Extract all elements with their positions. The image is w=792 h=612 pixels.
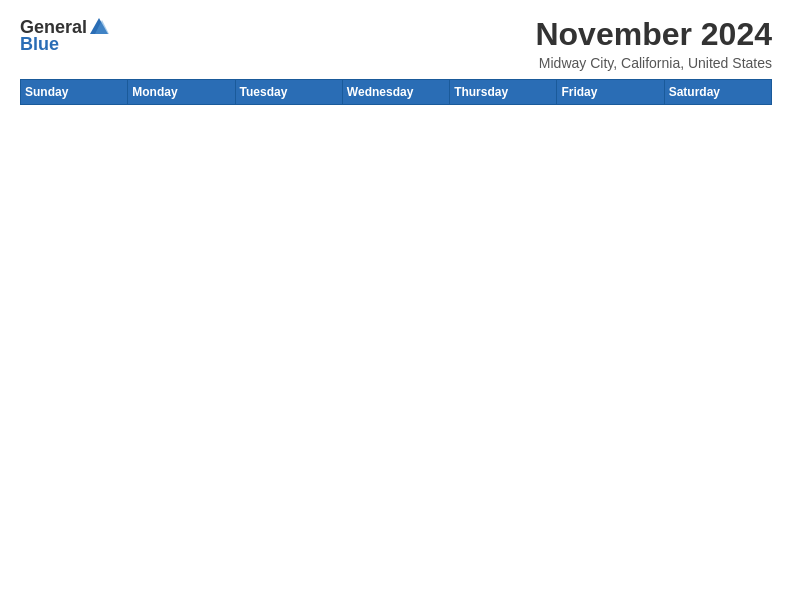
logo: General Blue bbox=[20, 16, 111, 55]
col-wednesday: Wednesday bbox=[342, 80, 449, 105]
logo-icon bbox=[88, 16, 110, 38]
logo-blue: Blue bbox=[20, 34, 59, 55]
page: General Blue November 2024 Midway City, … bbox=[0, 0, 792, 612]
col-friday: Friday bbox=[557, 80, 664, 105]
col-tuesday: Tuesday bbox=[235, 80, 342, 105]
month-title: November 2024 bbox=[535, 16, 772, 53]
col-saturday: Saturday bbox=[664, 80, 771, 105]
header: General Blue November 2024 Midway City, … bbox=[20, 16, 772, 71]
col-monday: Monday bbox=[128, 80, 235, 105]
title-section: November 2024 Midway City, California, U… bbox=[535, 16, 772, 71]
calendar: Sunday Monday Tuesday Wednesday Thursday… bbox=[20, 79, 772, 602]
col-sunday: Sunday bbox=[21, 80, 128, 105]
calendar-header-row: Sunday Monday Tuesday Wednesday Thursday… bbox=[21, 80, 772, 105]
col-thursday: Thursday bbox=[450, 80, 557, 105]
subtitle: Midway City, California, United States bbox=[535, 55, 772, 71]
calendar-body bbox=[21, 105, 772, 602]
